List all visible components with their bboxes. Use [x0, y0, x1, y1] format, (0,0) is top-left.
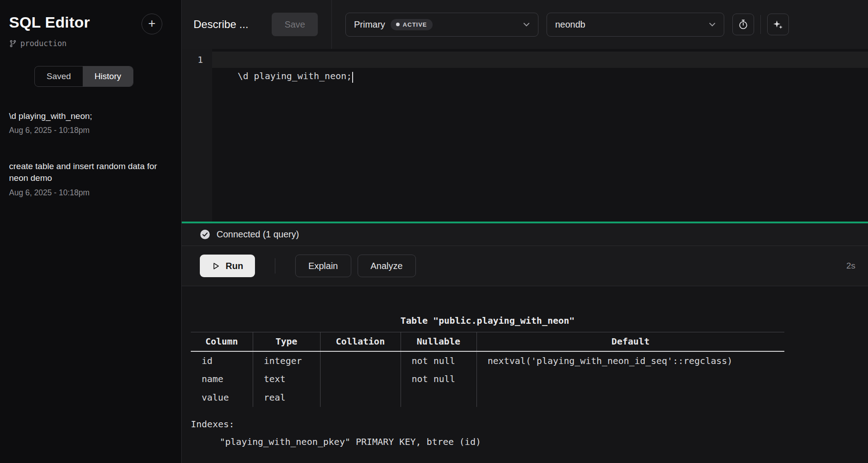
- table-cell: name: [191, 370, 253, 388]
- sql-editor-app: SQL Editor + production Saved History \d…: [0, 0, 868, 463]
- play-icon: [212, 262, 220, 270]
- query-duration: 2s: [846, 261, 855, 271]
- connection-status-text: Connected (1 query): [217, 229, 299, 240]
- column-header: Column: [191, 332, 253, 351]
- column-header: Nullable: [401, 332, 476, 351]
- table-cell: text: [253, 370, 320, 388]
- table-cell: id: [191, 351, 253, 370]
- check-circle-icon: [200, 229, 210, 240]
- toolbar-divider: [331, 0, 332, 49]
- branch-selector[interactable]: Primary ACTIVE: [345, 13, 538, 37]
- active-badge-label: ACTIVE: [403, 21, 427, 28]
- results-table-body: idintegernot nullnextval('playing_with_n…: [191, 351, 784, 407]
- table-cell: [476, 370, 784, 388]
- table-cell: [320, 370, 401, 388]
- sidebar: SQL Editor + production Saved History \d…: [0, 0, 182, 463]
- branch-selector-value: Primary: [354, 19, 385, 30]
- history-list: \d playing_with_neon;Aug 6, 2025 - 10:18…: [9, 110, 172, 198]
- table-cell: [401, 388, 476, 407]
- run-button[interactable]: Run: [200, 255, 255, 277]
- editor-code-pane[interactable]: \d playing_with_neon;: [212, 49, 868, 222]
- table-cell: not null: [401, 370, 476, 388]
- tab-saved[interactable]: Saved: [35, 66, 83, 86]
- chevron-down-icon: [523, 22, 530, 27]
- query-title: Describe ...: [193, 18, 248, 31]
- history-item[interactable]: create table and insert random data for …: [9, 161, 166, 197]
- history-query: create table and insert random data for …: [9, 161, 166, 184]
- sql-editor[interactable]: 1 \d playing_with_neon;: [182, 49, 868, 222]
- toolbar: Describe ... Save Primary ACTIVE neondb: [182, 0, 868, 49]
- branch-name: production: [20, 39, 66, 48]
- table-cell: real: [253, 388, 320, 407]
- branch-indicator: production: [9, 39, 172, 48]
- table-cell: [320, 351, 401, 370]
- table-cell: [476, 388, 784, 407]
- chevron-down-icon: [709, 22, 716, 27]
- new-query-button[interactable]: +: [142, 14, 162, 34]
- results-header-row: ColumnTypeCollationNullableDefault: [191, 332, 784, 351]
- table-row: idintegernot nullnextval('playing_with_n…: [191, 351, 784, 370]
- line-number: 1: [182, 52, 212, 68]
- save-button[interactable]: Save: [272, 13, 318, 36]
- sparkle-icon: [772, 19, 783, 30]
- tab-history[interactable]: History: [83, 66, 133, 86]
- query-timing-button[interactable]: [732, 14, 754, 35]
- page-title: SQL Editor: [9, 14, 90, 31]
- table-cell: value: [191, 388, 253, 407]
- table-cell: [320, 388, 401, 407]
- analyze-button[interactable]: Analyze: [358, 255, 416, 277]
- results-table: ColumnTypeCollationNullableDefault idint…: [191, 332, 784, 407]
- sidebar-header: SQL Editor +: [9, 14, 172, 34]
- table-cell: not null: [401, 351, 476, 370]
- table-cell: nextval('playing_with_neon_id_seq'::regc…: [476, 351, 784, 370]
- text-cursor: [352, 72, 353, 83]
- results-content: Table "public.playing_with_neon" ColumnT…: [182, 315, 868, 447]
- connection-status-bar: Connected (1 query): [182, 223, 868, 246]
- stopwatch-icon: [737, 19, 749, 30]
- action-bar: Run Explain Analyze 2s: [182, 246, 868, 286]
- action-divider: [275, 258, 275, 274]
- database-selector[interactable]: neondb: [547, 13, 724, 37]
- results-panel: Table "public.playing_with_neon" ColumnT…: [182, 286, 868, 463]
- index-entry: "playing_with_neon_pkey" PRIMARY KEY, bt…: [191, 436, 868, 447]
- code-line[interactable]: \d playing_with_neon;: [212, 52, 868, 68]
- indexes-label: Indexes:: [191, 419, 868, 430]
- table-row: nametextnot null: [191, 370, 784, 388]
- table-row: valuereal: [191, 388, 784, 407]
- code-text: \d playing_with_neon;: [237, 71, 352, 81]
- history-timestamp: Aug 6, 2025 - 10:18pm: [9, 126, 166, 135]
- status-dot: [396, 23, 400, 26]
- ai-assist-button[interactable]: [767, 14, 789, 35]
- history-timestamp: Aug 6, 2025 - 10:18pm: [9, 188, 166, 198]
- history-item[interactable]: \d playing_with_neon;Aug 6, 2025 - 10:18…: [9, 110, 166, 135]
- column-header: Collation: [320, 332, 401, 351]
- history-query: \d playing_with_neon;: [9, 110, 166, 122]
- main-panel: Describe ... Save Primary ACTIVE neondb: [182, 0, 868, 463]
- active-badge: ACTIVE: [391, 19, 433, 30]
- table-cell: integer: [253, 351, 320, 370]
- editor-gutter: 1: [182, 49, 212, 222]
- column-header: Type: [253, 332, 320, 351]
- plus-icon: +: [148, 17, 156, 30]
- run-button-label: Run: [226, 261, 243, 271]
- explain-button[interactable]: Explain: [295, 255, 351, 277]
- database-selector-value: neondb: [555, 19, 585, 30]
- saved-history-tabs: Saved History: [34, 66, 133, 87]
- results-table-title: Table "public.playing_with_neon": [191, 315, 784, 326]
- toolbar-divider: [760, 15, 761, 34]
- git-branch-icon: [9, 40, 17, 47]
- column-header: Default: [476, 332, 784, 351]
